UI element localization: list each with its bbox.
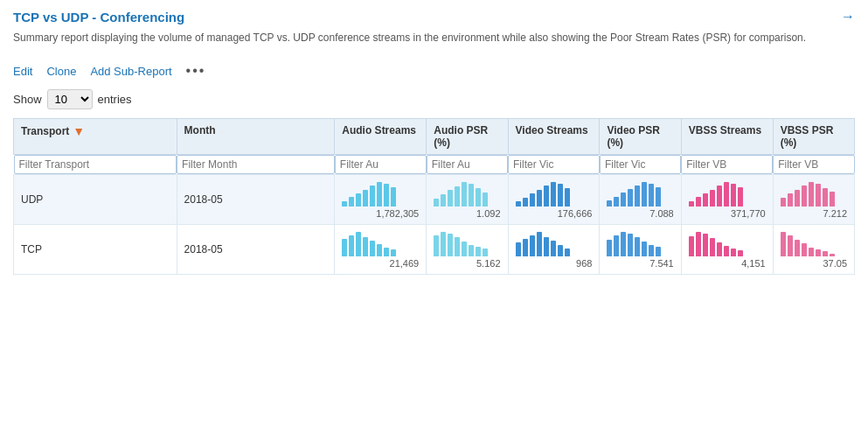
page-title: TCP vs UDP - Conferencing →	[13, 9, 855, 24]
cell-month: 2018-05	[177, 225, 335, 275]
cell-vbss_streams: 371,770	[681, 175, 773, 225]
show-label: Show	[13, 93, 42, 106]
filter-video-streams-cell	[508, 155, 600, 175]
header-transport[interactable]: Transport ▼	[14, 119, 177, 155]
table-row: UDP2018-05 1,782,305 1.092 176,666 7.088…	[14, 175, 855, 225]
cell-audio_streams: 21,469	[335, 225, 427, 275]
data-table: Transport ▼ Month Audio Streams Audio PS…	[13, 118, 855, 275]
table-row: TCP2018-05 21,469 5.162 968 7.541 4,151 …	[14, 225, 855, 275]
cell-transport: UDP	[14, 175, 177, 225]
cell-video_psr: 7.541	[600, 225, 681, 275]
filter-month-input[interactable]	[177, 155, 335, 174]
filter-audio-psr-input[interactable]	[427, 155, 508, 174]
filter-audio-streams-cell	[335, 155, 427, 175]
filter-transport-cell	[14, 155, 177, 175]
page-description: Summary report displaying the volume of …	[13, 30, 855, 46]
cell-audio_psr: 1.092	[427, 175, 508, 225]
show-entries-control: Show 10 25 50 100 entries	[13, 89, 855, 109]
header-month[interactable]: Month	[177, 119, 335, 155]
header-vbss-streams[interactable]: VBSS Streams	[681, 119, 773, 155]
header-video-psr[interactable]: Video PSR (%)	[600, 119, 681, 155]
cell-audio_streams: 1,782,305	[335, 175, 427, 225]
filter-vbss-psr-cell	[773, 155, 854, 175]
cell-video_psr: 7.088	[600, 175, 681, 225]
clone-link[interactable]: Clone	[46, 65, 76, 78]
edit-link[interactable]: Edit	[13, 65, 32, 78]
entries-label: entries	[98, 93, 132, 106]
add-sub-report-link[interactable]: Add Sub-Report	[90, 65, 171, 78]
entries-select[interactable]: 10 25 50 100	[47, 89, 93, 109]
more-options-button[interactable]: •••	[186, 63, 206, 79]
cell-vbss_psr: 37.05	[773, 225, 854, 275]
cell-video_streams: 968	[508, 225, 600, 275]
title-text: TCP vs UDP - Conferencing	[13, 10, 184, 24]
filter-vbss-psr-input[interactable]	[773, 155, 854, 174]
sort-icon: ▼	[73, 124, 85, 138]
header-audio-streams[interactable]: Audio Streams	[335, 119, 427, 155]
action-bar: Edit Clone Add Sub-Report •••	[13, 63, 855, 79]
cell-transport: TCP	[14, 225, 177, 275]
cell-vbss_psr: 7.212	[773, 175, 854, 225]
table-header-row: Transport ▼ Month Audio Streams Audio PS…	[14, 119, 855, 155]
cell-video_streams: 176,666	[508, 175, 600, 225]
header-video-streams[interactable]: Video Streams	[508, 119, 600, 155]
filter-month-cell	[177, 155, 335, 175]
filter-video-psr-cell	[600, 155, 681, 175]
filter-vbss-streams-input[interactable]	[681, 155, 773, 174]
filter-row	[14, 155, 855, 175]
filter-video-psr-input[interactable]	[600, 155, 681, 174]
cell-vbss_streams: 4,151	[681, 225, 773, 275]
cell-audio_psr: 5.162	[427, 225, 508, 275]
filter-transport-input[interactable]	[14, 155, 177, 174]
filter-audio-psr-cell	[427, 155, 508, 175]
filter-video-streams-input[interactable]	[508, 155, 600, 174]
cell-month: 2018-05	[177, 175, 335, 225]
filter-vbss-streams-cell	[681, 155, 773, 175]
filter-audio-streams-input[interactable]	[335, 155, 427, 174]
navigate-arrow-icon[interactable]: →	[841, 9, 855, 24]
header-audio-psr[interactable]: Audio PSR (%)	[427, 119, 508, 155]
header-vbss-psr[interactable]: VBSS PSR (%)	[773, 119, 854, 155]
